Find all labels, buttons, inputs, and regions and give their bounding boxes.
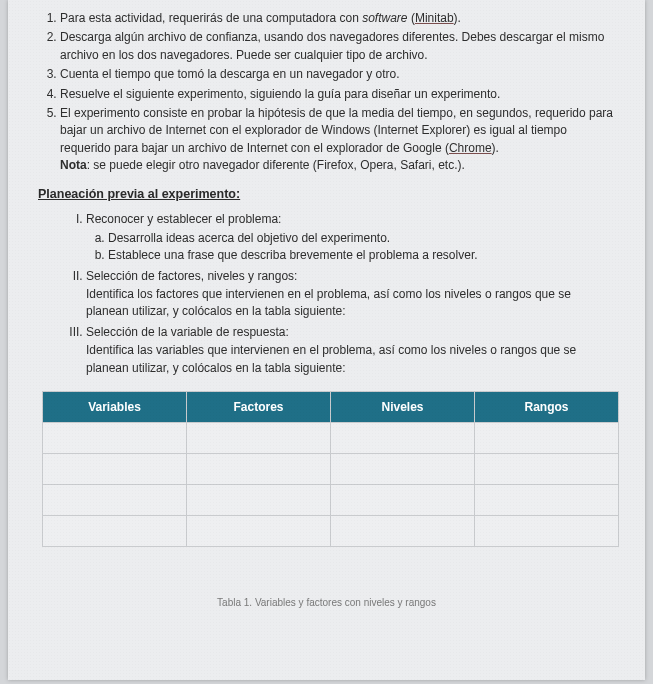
roman-3: Selección de la variable de respuesta: I… bbox=[86, 324, 615, 377]
th-rangos: Rangos bbox=[475, 392, 619, 423]
step-5-link: Chrome bbox=[449, 141, 492, 155]
alpha-b: Establece una frase que describa breveme… bbox=[108, 247, 615, 264]
document-page: Para esta actividad, requerirás de una c… bbox=[8, 0, 645, 680]
table-row bbox=[43, 516, 619, 547]
th-variables: Variables bbox=[43, 392, 187, 423]
roman-2-sub: Identifica los factores que intervienen … bbox=[86, 286, 615, 321]
step-1-mid: ( bbox=[408, 11, 415, 25]
th-niveles: Niveles bbox=[331, 392, 475, 423]
alpha-a: Desarrolla ideas acerca del objetivo del… bbox=[108, 230, 615, 247]
step-1-link: Minitab bbox=[415, 11, 454, 25]
table-row bbox=[43, 485, 619, 516]
roman-2: Selección de factores, niveles y rangos:… bbox=[86, 268, 615, 321]
step-1-post: ). bbox=[454, 11, 461, 25]
step-5: El experimento consiste en probar la hip… bbox=[60, 105, 615, 175]
roman-list: Reconocer y establecer el problema: Desa… bbox=[38, 211, 615, 378]
step-1-italic: software bbox=[362, 11, 407, 25]
alpha-list: Desarrolla ideas acerca del objetivo del… bbox=[86, 230, 615, 265]
variables-table: Variables Factores Niveles Rangos bbox=[42, 391, 619, 547]
step-4: Resuelve el siguiente experimento, sigui… bbox=[60, 86, 615, 103]
step-5-note-label: Nota bbox=[60, 158, 87, 172]
table-row bbox=[43, 454, 619, 485]
table-header-row: Variables Factores Niveles Rangos bbox=[43, 392, 619, 423]
table-row bbox=[43, 423, 619, 454]
table-caption: Tabla 1. Variables y factores con nivele… bbox=[38, 597, 615, 608]
step-1-pre: Para esta actividad, requerirás de una c… bbox=[60, 11, 362, 25]
roman-1: Reconocer y establecer el problema: Desa… bbox=[86, 211, 615, 265]
step-2: Descarga algún archivo de confianza, usa… bbox=[60, 29, 615, 64]
table-body bbox=[43, 423, 619, 547]
th-factores: Factores bbox=[187, 392, 331, 423]
roman-3-sub: Identifica las variables que intervienen… bbox=[86, 342, 615, 377]
step-1: Para esta actividad, requerirás de una c… bbox=[60, 10, 615, 27]
section-title: Planeación previa al experimento: bbox=[38, 187, 615, 201]
step-5-note-text: : se puede elegir otro navegador diferen… bbox=[87, 158, 465, 172]
numbered-steps: Para esta actividad, requerirás de una c… bbox=[38, 10, 615, 175]
step-3: Cuenta el tiempo que tomó la descarga en… bbox=[60, 66, 615, 83]
